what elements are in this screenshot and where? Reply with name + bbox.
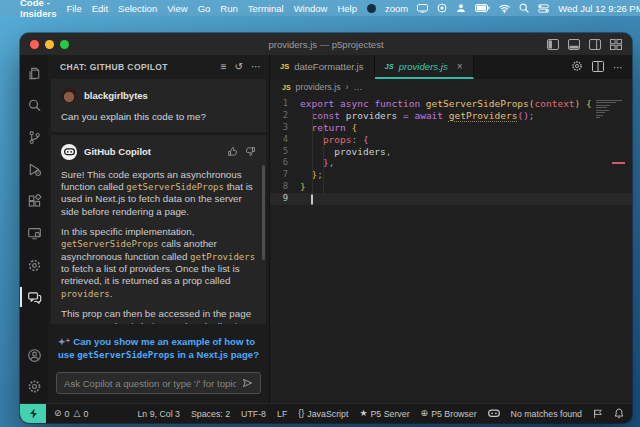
display-icon[interactable] bbox=[417, 4, 428, 13]
search-icon[interactable] bbox=[22, 94, 46, 116]
zoom-menu-item[interactable]: zoom bbox=[385, 3, 408, 14]
tab-bar: JS dateFormatter.js JS providers.js × bbox=[270, 55, 632, 79]
tab-dateformatter[interactable]: JS dateFormatter.js bbox=[270, 55, 375, 79]
menu-item[interactable]: Help bbox=[337, 3, 357, 14]
chat-icon[interactable] bbox=[22, 286, 46, 308]
menu-item[interactable]: View bbox=[167, 3, 187, 14]
breadcrumb[interactable]: JS providers.js › … bbox=[270, 79, 632, 95]
suggestion-text[interactable]: Can you show me an example of how to use… bbox=[58, 336, 259, 360]
toggle-panel-icon[interactable] bbox=[568, 39, 580, 50]
chat-input[interactable] bbox=[64, 378, 236, 389]
user-message-card: blackgirlbytes Can you explain this code… bbox=[51, 79, 266, 135]
editor-gear-icon[interactable] bbox=[571, 58, 583, 76]
menu-app-name[interactable]: Code - Insiders bbox=[20, 0, 56, 19]
menu-item[interactable]: File bbox=[66, 3, 81, 14]
menu-item[interactable]: Edit bbox=[92, 3, 108, 14]
spotlight-search-icon[interactable] bbox=[519, 3, 529, 13]
live-preview-icon[interactable] bbox=[22, 222, 46, 244]
js-file-icon: JS bbox=[385, 62, 394, 71]
window-title: providers.js — p5projectest bbox=[20, 39, 632, 50]
indent-guide bbox=[323, 110, 324, 194]
warning-count: 0 bbox=[83, 409, 88, 419]
control-center-icon[interactable] bbox=[538, 4, 549, 13]
feedback-icon[interactable] bbox=[593, 409, 603, 419]
title-bar[interactable]: providers.js — p5projectest bbox=[20, 33, 632, 55]
close-tab-icon[interactable]: × bbox=[457, 61, 463, 72]
breadcrumb-file[interactable]: providers.js bbox=[296, 82, 341, 92]
chat-input-box[interactable] bbox=[56, 372, 261, 394]
copilot-status-icon[interactable] bbox=[488, 409, 500, 418]
settings-gear-icon[interactable] bbox=[22, 375, 46, 397]
breadcrumb-separator: › bbox=[346, 82, 349, 92]
menu-item[interactable]: Terminal bbox=[248, 3, 284, 14]
zoom-window-button[interactable] bbox=[60, 40, 69, 49]
status-app-icon[interactable] bbox=[367, 4, 376, 13]
clear-chat-icon[interactable]: ≡ bbox=[221, 62, 227, 72]
battery-icon[interactable] bbox=[475, 4, 490, 12]
error-icon: ⊘ bbox=[54, 409, 62, 418]
line-number: 4 bbox=[270, 134, 300, 146]
customize-layout-icon[interactable] bbox=[610, 39, 622, 50]
code-line: 4 props: { bbox=[270, 134, 632, 146]
braces-icon: {} bbox=[298, 409, 304, 418]
chat-more-actions-icon[interactable]: ⋯ bbox=[251, 62, 261, 72]
problems-warnings[interactable]: △ 0 bbox=[73, 409, 88, 419]
warning-icon: △ bbox=[73, 409, 80, 418]
wifi-icon[interactable] bbox=[499, 4, 510, 13]
toggle-primary-sidebar-icon[interactable] bbox=[547, 39, 559, 50]
menu-item[interactable]: Selection bbox=[118, 3, 157, 14]
chat-panel-title: CHAT: GITHUB COPILOT bbox=[60, 62, 213, 72]
p5-browser-button[interactable]: ⊕ P5 Browser bbox=[421, 409, 477, 419]
minimap[interactable] bbox=[596, 98, 628, 118]
p5-server-button[interactable]: ★ P5 Server bbox=[359, 409, 409, 419]
editor-group: JS dateFormatter.js JS providers.js × bbox=[270, 55, 632, 403]
screen: Code - Insiders FileEditSelectionViewGoR… bbox=[0, 0, 640, 427]
source-control-icon[interactable] bbox=[22, 126, 46, 148]
toggle-secondary-sidebar-icon[interactable] bbox=[589, 39, 601, 50]
chat-scrollbar[interactable] bbox=[262, 165, 265, 260]
code-editor[interactable]: 1export async function getServerSideProp… bbox=[270, 95, 632, 403]
record-icon[interactable] bbox=[437, 3, 447, 13]
eol-sequence[interactable]: LF bbox=[277, 409, 287, 419]
line-number: 2 bbox=[270, 110, 300, 122]
followup-suggestion[interactable]: ✦⁺Can you show me an example of how to u… bbox=[48, 327, 269, 368]
copilot-avatar bbox=[61, 144, 77, 160]
split-editor-icon[interactable] bbox=[592, 58, 604, 76]
thumbs-down-icon[interactable] bbox=[245, 143, 256, 161]
copilot-extension-icon[interactable] bbox=[22, 254, 46, 276]
run-debug-icon[interactable] bbox=[22, 158, 46, 180]
send-icon[interactable] bbox=[242, 374, 253, 392]
minimize-window-button[interactable] bbox=[45, 40, 54, 49]
vscode-window: providers.js — p5projectest bbox=[20, 33, 632, 423]
menu-item[interactable]: Run bbox=[220, 3, 237, 14]
notifications-bell-icon[interactable] bbox=[614, 408, 624, 419]
problems-errors[interactable]: ⊘ 0 bbox=[54, 409, 69, 419]
account-icon[interactable] bbox=[22, 344, 46, 366]
menu-item[interactable]: Window bbox=[294, 3, 328, 14]
encoding[interactable]: UTF-8 bbox=[241, 409, 266, 419]
line-number: 1 bbox=[270, 98, 300, 110]
chat-history-icon[interactable]: ↺ bbox=[235, 62, 243, 72]
search-status: No matches found bbox=[511, 409, 582, 419]
editor-more-actions-icon[interactable]: ⋯ bbox=[613, 62, 623, 73]
close-window-button[interactable] bbox=[30, 40, 39, 49]
code-line: 1export async function getServerSideProp… bbox=[270, 98, 632, 110]
extensions-icon[interactable] bbox=[22, 190, 46, 212]
star-icon: ★ bbox=[359, 409, 367, 418]
fast-user-switch-icon[interactable] bbox=[456, 3, 466, 13]
explorer-icon[interactable] bbox=[22, 62, 46, 84]
error-count: 0 bbox=[65, 409, 70, 419]
language-mode[interactable]: {} JavaScript bbox=[298, 409, 348, 419]
copilot-name: GitHub Copilot bbox=[84, 146, 151, 157]
menu-clock[interactable]: Wed Jul 12 9:26 PM bbox=[558, 3, 640, 14]
remote-indicator[interactable] bbox=[20, 404, 46, 423]
status-bar: ⊘ 0 △ 0 Ln 9, Col 3 Spaces: 2 UTF-8 LF {… bbox=[20, 403, 632, 423]
menu-item[interactable]: Go bbox=[198, 3, 211, 14]
cursor-position[interactable]: Ln 9, Col 3 bbox=[137, 409, 180, 419]
breadcrumb-symbol[interactable]: … bbox=[353, 82, 362, 92]
thumbs-up-icon[interactable] bbox=[227, 143, 238, 161]
indentation[interactable]: Spaces: 2 bbox=[191, 409, 230, 419]
copilot-message-card: GitHub Copilot Sure! This code exports a… bbox=[51, 135, 266, 327]
tab-providers[interactable]: JS providers.js × bbox=[375, 55, 474, 79]
user-message: Can you explain this code to me? bbox=[61, 111, 256, 124]
